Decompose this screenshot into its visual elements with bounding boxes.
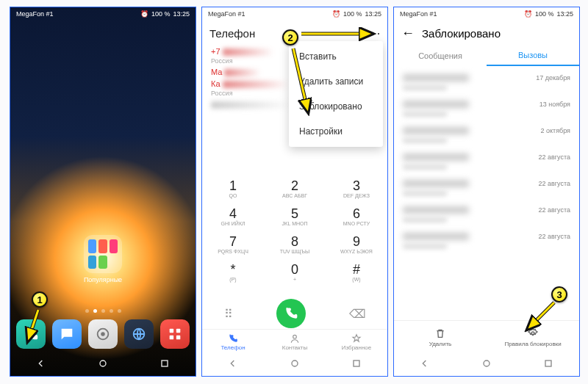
tab-favorites[interactable]: Избранное <box>326 330 387 354</box>
nav-recent-icon[interactable] <box>159 358 171 372</box>
svg-rect-4 <box>176 329 180 333</box>
blocked-tabs: Сообщения Вызовы <box>394 46 579 66</box>
tab-calls[interactable]: Вызовы <box>487 46 579 66</box>
nav-bar <box>10 354 196 376</box>
annotation-arrow-2b <box>290 46 327 119</box>
svg-rect-3 <box>169 329 173 333</box>
apps-grid-icon[interactable] <box>160 319 190 349</box>
call-button[interactable] <box>276 299 306 328</box>
annotation-step-1: 1 <box>32 291 48 308</box>
annotation-step-3: 3 <box>551 286 567 303</box>
folder-popular[interactable]: Популярные <box>81 235 125 283</box>
settings-app-icon[interactable] <box>88 319 118 349</box>
annotation-arrow-2a <box>298 26 379 41</box>
phone-title: Телефон <box>209 27 255 40</box>
key-0[interactable]: 0+ <box>264 258 326 286</box>
key-8[interactable]: 8TUV ШЩЪЫ <box>264 231 326 258</box>
tab-messages[interactable]: Сообщения <box>394 46 487 66</box>
svg-point-13 <box>484 361 490 366</box>
svg-rect-11 <box>354 361 359 366</box>
browser-app-icon[interactable] <box>124 319 154 349</box>
carrier-label: MegaFon #1 <box>400 10 437 18</box>
phone-bottom-tabs: Телефон Контакты Избранное <box>202 329 387 354</box>
dialpad: 1QO 2ABC АБВГ 3DEF ДЕЖЗ 4GHI ИЙКЛ 5JKL М… <box>202 175 387 286</box>
blocked-header: ← Заблокировано <box>394 21 579 46</box>
nav-back-icon[interactable] <box>35 358 47 372</box>
menu-settings[interactable]: Настройки <box>289 119 383 144</box>
nav-bar <box>394 354 579 376</box>
trash-icon <box>434 327 446 339</box>
svg-point-1 <box>101 332 105 336</box>
svg-point-7 <box>100 361 106 366</box>
blocked-row[interactable]: 13 ноября <box>394 95 579 122</box>
nav-recent-icon[interactable] <box>351 358 362 372</box>
key-3[interactable]: 3DEF ДЕЖЗ <box>326 175 387 203</box>
key-9[interactable]: 9WXYZ ЬЭЮЯ <box>326 231 387 258</box>
key-5[interactable]: 5JKL МНОП <box>264 203 326 231</box>
blocked-row[interactable]: 22 августа <box>394 201 579 228</box>
nav-home-icon[interactable] <box>289 358 301 372</box>
blocked-row[interactable]: 22 августа <box>394 228 579 254</box>
alarm-icon: ⏰ <box>332 10 340 18</box>
svg-point-9 <box>293 335 297 338</box>
blocked-row[interactable]: 22 августа <box>394 175 579 201</box>
svg-rect-8 <box>162 361 168 366</box>
back-icon[interactable]: ← <box>401 26 415 41</box>
clock: 13:25 <box>556 10 573 18</box>
dial-actions: ⠿ ⌫ <box>202 298 387 329</box>
annotation-step-2: 2 <box>282 29 298 46</box>
key-7[interactable]: 7PQRS ФХЦЧ <box>202 231 264 258</box>
nav-home-icon[interactable] <box>481 358 492 372</box>
svg-point-10 <box>292 361 298 366</box>
svg-rect-6 <box>176 336 180 340</box>
clock: 13:25 <box>173 10 190 18</box>
carrier-label: MegaFon #1 <box>16 10 54 18</box>
clock: 13:25 <box>365 10 381 18</box>
key-hash[interactable]: #(W) <box>326 258 387 286</box>
status-bar: MegaFon #1 ⏰ 100 % 13:25 <box>202 7 387 21</box>
dialpad-toggle-icon[interactable]: ⠿ <box>224 307 233 321</box>
blocked-title: Заблокировано <box>422 27 501 40</box>
key-1[interactable]: 1QO <box>202 175 264 203</box>
folder-label: Популярные <box>81 276 125 283</box>
key-2[interactable]: 2ABC АБВГ <box>264 175 326 203</box>
nav-bar <box>202 354 387 376</box>
annotation-arrow-1 <box>22 305 59 349</box>
annotation-arrow-3 <box>522 300 559 336</box>
svg-rect-5 <box>169 336 173 340</box>
folder-box[interactable] <box>84 235 122 273</box>
status-bar: MegaFon #1 ⏰ 100 % 13:25 <box>394 7 579 21</box>
backspace-icon[interactable]: ⌫ <box>349 307 366 321</box>
blocked-list: 17 декабря 13 ноября 2 октября 22 август… <box>394 69 579 254</box>
key-4[interactable]: 4GHI ИЙКЛ <box>202 203 264 231</box>
battery-label: 100 % <box>535 10 554 18</box>
nav-home-icon[interactable] <box>97 358 109 372</box>
nav-back-icon[interactable] <box>419 358 431 372</box>
carrier-label: MegaFon #1 <box>208 10 245 18</box>
alarm-icon: ⏰ <box>140 10 148 18</box>
svg-rect-14 <box>545 361 551 366</box>
key-6[interactable]: 6MNO РСТУ <box>326 203 387 231</box>
blocked-row[interactable]: 17 декабря <box>394 69 579 95</box>
status-bar: MegaFon #1 ⏰ 100 % 13:25 <box>10 7 196 21</box>
battery-label: 100 % <box>151 10 171 18</box>
battery-label: 100 % <box>343 10 362 18</box>
tab-phone[interactable]: Телефон <box>202 330 264 354</box>
blocked-row[interactable]: 2 октября <box>394 122 579 148</box>
nav-back-icon[interactable] <box>227 358 239 372</box>
alarm-icon: ⏰ <box>524 10 532 18</box>
key-star[interactable]: *(P) <box>202 258 264 286</box>
blocked-row[interactable]: 22 августа <box>394 148 579 175</box>
tab-contacts[interactable]: Контакты <box>264 330 326 354</box>
nav-recent-icon[interactable] <box>542 358 554 372</box>
delete-action[interactable]: Удалить <box>394 321 487 354</box>
